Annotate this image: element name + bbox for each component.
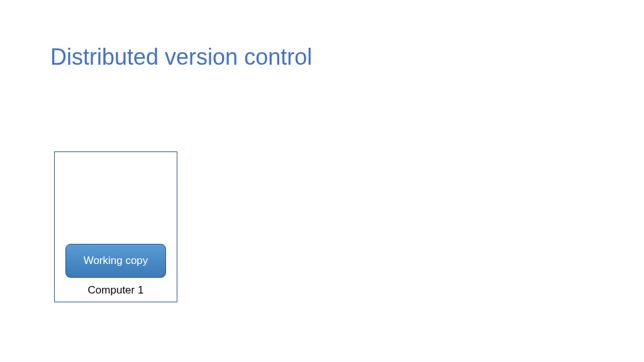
computer-container: Working copy Computer 1	[54, 151, 177, 302]
working-copy-label: Working copy	[84, 255, 148, 267]
working-copy-box: Working copy	[65, 244, 166, 278]
computer-label: Computer 1	[88, 282, 144, 298]
slide-title: Distributed version control	[50, 44, 312, 70]
